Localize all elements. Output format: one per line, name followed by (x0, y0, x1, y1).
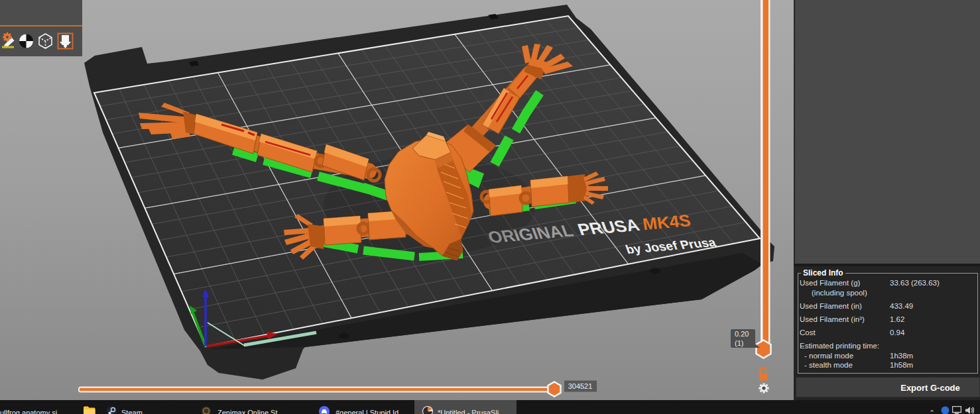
svg-text:304521: 304521 (568, 382, 593, 390)
svg-text:(1): (1) (735, 339, 743, 347)
svg-text:0.20: 0.20 (735, 330, 749, 338)
